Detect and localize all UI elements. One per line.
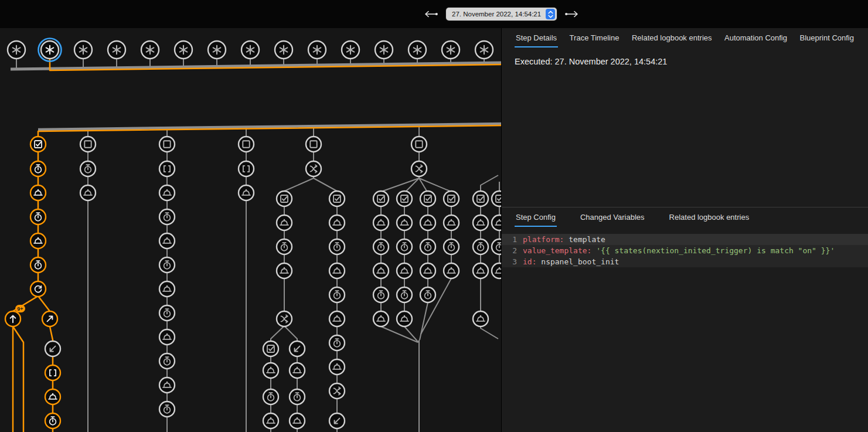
trace-node-dome[interactable] — [277, 215, 292, 230]
trace-node-checkbox[interactable] — [30, 137, 46, 152]
tab-automation-config[interactable]: Automation Config — [723, 28, 788, 47]
trace-node-asterisk[interactable] — [208, 41, 226, 59]
trace-node-dome[interactable] — [444, 215, 459, 230]
trace-node-timer[interactable] — [397, 287, 412, 302]
trace-node-checkbox[interactable] — [473, 191, 488, 206]
trace-node-asterisk[interactable] — [74, 41, 92, 59]
trace-node-square[interactable] — [306, 137, 321, 152]
trace-node-timer[interactable] — [473, 239, 488, 254]
trace-node-parallel[interactable] — [306, 161, 321, 176]
trace-node-square[interactable] — [80, 137, 96, 152]
trace-node-dome[interactable] — [329, 215, 345, 230]
next-trace-button[interactable] — [564, 10, 579, 18]
trace-node-parallel[interactable] — [277, 311, 292, 326]
trace-node-timer[interactable] — [159, 209, 175, 224]
trace-node-arrow-down-left[interactable] — [45, 341, 60, 356]
tab-trace-timeline[interactable]: Trace Timeline — [569, 28, 621, 47]
trace-node-timer[interactable] — [30, 161, 46, 176]
step-config-code[interactable]: 1platform: template2value_template: '{{ … — [502, 234, 868, 267]
trace-node-dome[interactable] — [277, 263, 292, 278]
tab-step-details[interactable]: Step Details — [515, 28, 558, 47]
trace-node-timer[interactable] — [80, 161, 96, 176]
trace-node-dome[interactable] — [373, 215, 389, 230]
trace-node-dome[interactable] — [80, 185, 96, 200]
trace-node-timer[interactable] — [329, 287, 345, 302]
trace-node-dome[interactable] — [30, 185, 46, 200]
trace-node-timer[interactable] — [45, 413, 60, 428]
trace-node-timer[interactable] — [444, 239, 459, 254]
trace-node-asterisk[interactable] — [39, 39, 62, 62]
trace-node-checkbox[interactable] — [397, 191, 412, 206]
trace-node-checkbox[interactable] — [329, 191, 345, 206]
trace-node-dome[interactable] — [30, 233, 46, 249]
trace-node-dome[interactable] — [290, 413, 305, 428]
trace-node-dome[interactable] — [373, 311, 389, 326]
trace-node-dome[interactable] — [45, 389, 60, 404]
tab-step-config[interactable]: Step Config — [515, 208, 557, 227]
trace-node-dome[interactable] — [329, 359, 345, 375]
trace-node-dome[interactable] — [159, 233, 175, 249]
trace-node-timer[interactable] — [420, 239, 435, 254]
trace-node-dome[interactable] — [420, 215, 435, 230]
trace-node-asterisk[interactable] — [108, 41, 125, 59]
trace-node-timer[interactable] — [159, 402, 175, 417]
previous-trace-button[interactable] — [424, 10, 439, 18]
trace-node-dome[interactable] — [397, 311, 412, 326]
trace-node-dome[interactable] — [159, 185, 175, 200]
tab-related-logbook-entries[interactable]: Related logbook entries — [668, 208, 751, 227]
trace-node-timer[interactable] — [159, 353, 175, 369]
trace-node-asterisk[interactable] — [342, 41, 359, 59]
trace-node-refresh[interactable] — [30, 281, 46, 297]
trace-node-asterisk[interactable] — [409, 41, 426, 59]
trace-node-dome[interactable] — [159, 281, 175, 297]
tab-blueprint-config[interactable]: Blueprint Config — [798, 28, 855, 47]
trace-node-dome[interactable] — [473, 311, 488, 326]
trace-node-square[interactable] — [239, 137, 254, 152]
trace-node-square[interactable] — [159, 137, 175, 152]
trace-node-timer[interactable] — [290, 389, 305, 404]
trace-node-checkbox[interactable] — [373, 191, 389, 206]
trace-node-dome[interactable] — [329, 311, 345, 326]
trace-node-timer[interactable] — [263, 389, 278, 404]
trace-node-timer[interactable] — [30, 209, 46, 224]
trace-node-dome[interactable] — [397, 263, 412, 278]
trace-node-asterisk[interactable] — [8, 41, 25, 59]
trace-node-asterisk[interactable] — [375, 41, 393, 59]
trace-node-dome[interactable] — [290, 363, 305, 378]
trace-run-select[interactable]: 27. November 2022, 14:54:21 — [446, 8, 557, 21]
trace-node-asterisk[interactable] — [141, 41, 159, 59]
trace-node-asterisk[interactable] — [308, 41, 326, 59]
trace-node-dome[interactable] — [444, 263, 459, 278]
trace-node-dome[interactable] — [397, 215, 412, 230]
trace-node-dome[interactable] — [473, 215, 488, 230]
trace-node-timer[interactable] — [373, 287, 389, 302]
trace-node-checkbox[interactable] — [277, 191, 292, 206]
tab-changed-variables[interactable]: Changed Variables — [579, 208, 646, 227]
trace-node-timer[interactable] — [277, 239, 292, 254]
trace-node-timer[interactable] — [159, 305, 175, 321]
trace-node-checkbox[interactable] — [420, 191, 435, 206]
trace-node-brackets[interactable] — [45, 365, 60, 380]
trace-node-dome[interactable] — [159, 377, 175, 393]
trace-node-asterisk[interactable] — [241, 41, 259, 59]
trace-node-timer[interactable] — [420, 287, 435, 302]
trace-node-dome[interactable] — [239, 185, 254, 200]
trace-node-brackets[interactable] — [159, 161, 175, 176]
trace-node-asterisk[interactable] — [175, 41, 192, 59]
trace-node-dome[interactable] — [473, 263, 488, 278]
trace-node-timer[interactable] — [329, 239, 345, 254]
trace-node-parallel[interactable] — [411, 161, 427, 176]
trace-node-arrow-up-right[interactable] — [42, 311, 57, 326]
trace-node-dome[interactable] — [373, 263, 389, 278]
trace-node-checkbox[interactable] — [263, 341, 278, 356]
trace-node-dome[interactable] — [420, 263, 435, 278]
trace-node-dome[interactable] — [329, 263, 345, 278]
trace-node-brackets[interactable] — [239, 161, 254, 176]
trace-node-asterisk[interactable] — [275, 41, 292, 59]
trace-node-arrow-down-left[interactable] — [329, 413, 345, 428]
trace-node-dome[interactable] — [263, 363, 278, 378]
trace-node-timer[interactable] — [397, 239, 412, 254]
trace-node-dome[interactable] — [159, 329, 175, 345]
trace-node-checkbox[interactable] — [444, 191, 459, 206]
trace-node-square[interactable] — [411, 137, 427, 152]
